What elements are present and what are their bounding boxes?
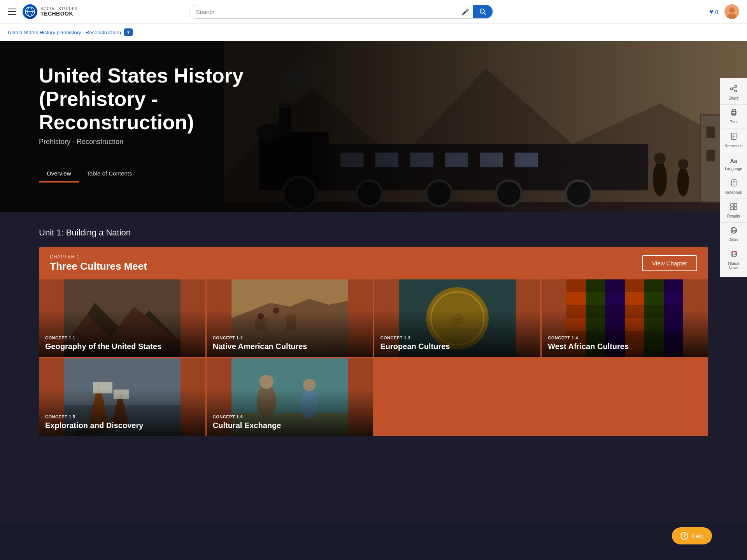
chapter-info: CHAPTER 1 Three Cultures Meet bbox=[50, 254, 147, 272]
mic-icon: 🎤 bbox=[461, 9, 469, 15]
svg-rect-83 bbox=[732, 109, 735, 111]
sidebar-item-global-news[interactable]: Global News bbox=[720, 246, 747, 274]
heart-badge[interactable]: ♥ 0 bbox=[709, 8, 718, 16]
hero-title: United States History (Prehistory - Reco… bbox=[39, 64, 303, 134]
chapter-header: CHAPTER 1 Three Cultures Meet View Chapt… bbox=[39, 247, 708, 279]
concept-label: CONCEPT 1.6 bbox=[213, 414, 367, 419]
logo-area: SOCIAL STUDIES TECHBOOK bbox=[23, 4, 78, 19]
concept-title: Geography of the United States bbox=[45, 342, 199, 351]
sidebar-item-results[interactable]: Results bbox=[720, 199, 747, 223]
reference-icon bbox=[730, 132, 738, 142]
hero-tabs: Overview Table of Contents bbox=[39, 165, 708, 183]
tab-overview[interactable]: Overview bbox=[39, 165, 79, 183]
mic-button[interactable]: 🎤 bbox=[458, 8, 473, 16]
search-box: 🎤 bbox=[189, 5, 493, 19]
concept-content: CONCEPT 1.6 Cultural Exchange bbox=[207, 408, 373, 436]
chapter-label: CHAPTER 1 bbox=[50, 254, 147, 260]
chapter-name: Three Cultures Meet bbox=[50, 260, 147, 272]
sidebar-item-print[interactable]: Print bbox=[720, 105, 747, 128]
concept-card-4[interactable]: CONCEPT 1.4 West African Cultures bbox=[542, 279, 708, 357]
concept-content: CONCEPT 1.2 Native American Cultures bbox=[207, 329, 373, 357]
global-news-icon bbox=[730, 250, 738, 260]
svg-rect-100 bbox=[734, 207, 737, 210]
hero-banner: United States History (Prehistory - Reco… bbox=[0, 41, 747, 212]
main-content: Unit 1: Building a Nation CHAPTER 1 Thre… bbox=[0, 212, 747, 523]
help-icon: ? bbox=[680, 532, 688, 540]
svg-rect-98 bbox=[734, 204, 737, 206]
concept-title: West African Cultures bbox=[548, 342, 702, 351]
concept-card-3[interactable]: ⊕ CONCEPT 1.3 European Cultures bbox=[374, 279, 541, 357]
sidebar-label-notebook: Notebook bbox=[725, 190, 742, 195]
top-nav: SOCIAL STUDIES TECHBOOK 🎤 ♥ 0 bbox=[0, 0, 747, 23]
concept-title: Cultural Exchange bbox=[213, 421, 367, 430]
concept-content: CONCEPT 1.5 Exploration and Discovery bbox=[39, 408, 205, 436]
concept-label: CONCEPT 1.2 bbox=[213, 335, 367, 340]
sidebar-label-global-news: Global News bbox=[723, 262, 744, 270]
sidebar-label-results: Results bbox=[727, 214, 740, 218]
logo-text: SOCIAL STUDIES TECHBOOK bbox=[40, 7, 78, 17]
logo-line2: TECHBOOK bbox=[40, 11, 78, 17]
concept-content: CONCEPT 1.3 European Cultures bbox=[374, 329, 541, 357]
hero-content: United States History (Prehistory - Reco… bbox=[0, 41, 747, 183]
sidebar-item-reference[interactable]: Reference bbox=[720, 128, 747, 152]
concept-label: CONCEPT 1.3 bbox=[381, 335, 535, 340]
search-input[interactable] bbox=[190, 5, 458, 18]
sidebar-label-atlas: Atlas bbox=[729, 238, 738, 242]
svg-line-4 bbox=[484, 13, 486, 15]
breadcrumb-dropdown[interactable]: ▾ bbox=[124, 28, 133, 36]
logo-icon bbox=[23, 4, 37, 19]
concept-card-2[interactable]: CONCEPT 1.2 Native American Cultures bbox=[207, 279, 373, 357]
sidebar-label-print: Print bbox=[729, 120, 738, 124]
svg-point-77 bbox=[735, 86, 736, 88]
sidebar-label-reference: Reference bbox=[724, 144, 742, 148]
help-label: Help bbox=[691, 533, 703, 539]
search-icon bbox=[479, 8, 486, 15]
results-icon bbox=[730, 203, 738, 212]
concept-title: Exploration and Discovery bbox=[45, 421, 199, 430]
concept-title: European Cultures bbox=[381, 342, 535, 351]
nav-right: ♥ 0 bbox=[709, 4, 739, 19]
concept-card-6[interactable]: CONCEPT 1.6 Cultural Exchange bbox=[207, 358, 373, 436]
heart-count: 0 bbox=[715, 9, 718, 15]
svg-point-78 bbox=[735, 90, 736, 92]
concept-content: CONCEPT 1.4 West African Cultures bbox=[542, 329, 708, 357]
print-icon bbox=[730, 109, 738, 118]
concept-card-5[interactable]: CONCEPT 1.5 Exploration and Discovery bbox=[39, 358, 205, 436]
sidebar-item-notebook[interactable]: Notebook bbox=[720, 175, 747, 199]
svg-point-79 bbox=[730, 88, 732, 90]
tab-toc[interactable]: Table of Contents bbox=[79, 165, 140, 183]
unit-title: Unit 1: Building a Nation bbox=[39, 228, 708, 238]
language-icon: Aa bbox=[730, 156, 737, 165]
concept-content: CONCEPT 1.1 Geography of the United Stat… bbox=[39, 329, 205, 357]
hamburger-menu[interactable] bbox=[8, 9, 16, 15]
help-button[interactable]: ? Help bbox=[672, 527, 712, 544]
notebook-icon bbox=[730, 179, 738, 189]
breadcrumb-link[interactable]: United States History (Prehistory - Reco… bbox=[8, 30, 121, 35]
search-button[interactable] bbox=[473, 5, 493, 18]
concept-label: CONCEPT 1.5 bbox=[45, 414, 199, 419]
concept-grid-2: CONCEPT 1.5 Exploration and Discovery CO… bbox=[39, 358, 708, 436]
hero-subtitle: Prehistory - Reconstruction bbox=[39, 138, 708, 146]
view-chapter-button[interactable]: View Chapter bbox=[642, 255, 697, 271]
svg-rect-97 bbox=[731, 204, 733, 206]
right-sidebar: Share Print Reference Aa Language Notebo… bbox=[720, 78, 747, 277]
svg-rect-99 bbox=[731, 207, 733, 210]
heart-icon: ♥ bbox=[709, 8, 714, 16]
sidebar-item-share[interactable]: Share bbox=[720, 81, 747, 105]
concept-label: CONCEPT 1.1 bbox=[45, 335, 199, 340]
chapter-card: CHAPTER 1 Three Cultures Meet View Chapt… bbox=[39, 247, 708, 436]
svg-line-81 bbox=[732, 89, 735, 91]
atlas-icon bbox=[730, 226, 738, 236]
concept-card-1[interactable]: CONCEPT 1.1 Geography of the United Stat… bbox=[39, 279, 205, 357]
svg-line-80 bbox=[732, 87, 735, 88]
sidebar-item-atlas[interactable]: Atlas bbox=[720, 223, 747, 246]
sidebar-item-language[interactable]: Aa Language bbox=[720, 152, 747, 175]
breadcrumb-bar: United States History (Prehistory - Reco… bbox=[0, 23, 747, 41]
search-area: 🎤 bbox=[189, 5, 493, 19]
sidebar-label-language: Language bbox=[725, 167, 742, 171]
concept-title: Native American Cultures bbox=[213, 342, 367, 351]
concept-label: CONCEPT 1.4 bbox=[548, 335, 702, 340]
concept-grid: CONCEPT 1.1 Geography of the United Stat… bbox=[39, 279, 708, 357]
user-avatar[interactable] bbox=[724, 4, 739, 19]
svg-point-85 bbox=[735, 112, 736, 113]
